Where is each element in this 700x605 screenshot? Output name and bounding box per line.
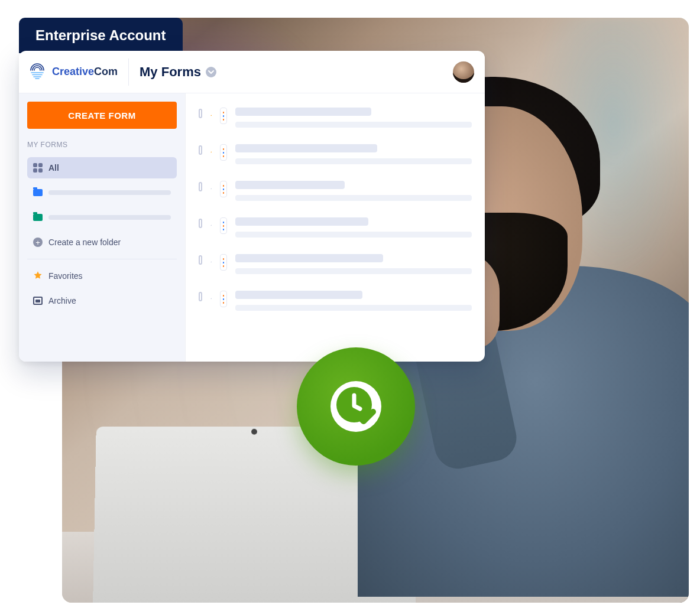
form-icon [220, 108, 227, 124]
sidebar-folder-1[interactable] [27, 182, 177, 203]
avatar[interactable] [453, 61, 474, 83]
form-lines [235, 217, 472, 238]
form-icon [220, 291, 227, 307]
sidebar-archive[interactable]: Archive [27, 290, 177, 311]
checkbox[interactable] [199, 109, 202, 118]
form-row[interactable] [199, 108, 472, 128]
sidebar-item-label: Create a new folder [48, 238, 121, 247]
form-title-placeholder [235, 108, 371, 116]
app-window: CreativeCom My Forms CREATE FORM MY FORM… [19, 51, 485, 362]
form-row[interactable] [199, 217, 472, 238]
plus-circle-icon: + [33, 238, 43, 247]
archive-icon [33, 297, 43, 305]
sidebar: CREATE FORM MY FORMS All + Create a new [19, 93, 186, 362]
clock-check-icon [330, 381, 381, 432]
form-icon [220, 254, 227, 271]
forms-list [186, 93, 485, 362]
account-tab[interactable]: Enterprise Account [19, 18, 183, 53]
star-toggle[interactable] [210, 218, 212, 229]
page-title-dropdown[interactable]: My Forms [140, 64, 216, 80]
brand-logo[interactable]: CreativeCom [27, 58, 129, 86]
form-title-placeholder [235, 254, 383, 262]
brand-name: CreativeCom [52, 66, 118, 78]
star-toggle[interactable] [210, 291, 212, 302]
form-icon [220, 217, 227, 234]
form-title-placeholder [235, 291, 362, 299]
placeholder-text [48, 215, 171, 220]
form-row[interactable] [199, 254, 472, 274]
folder-icon [33, 214, 43, 221]
form-subtitle-placeholder [235, 195, 472, 201]
fingerprint-icon [27, 61, 47, 83]
checkbox[interactable] [199, 255, 202, 265]
form-title-placeholder [235, 181, 345, 189]
checkbox[interactable] [199, 145, 202, 155]
star-toggle[interactable] [210, 255, 212, 265]
sidebar-item-label: All [48, 163, 59, 173]
form-subtitle-placeholder [235, 122, 472, 128]
status-badge [297, 347, 415, 466]
form-subtitle-placeholder [235, 158, 472, 164]
form-subtitle-placeholder [235, 232, 472, 238]
form-icon [220, 144, 227, 161]
sidebar-section-label: MY FORMS [27, 141, 177, 149]
form-subtitle-placeholder [235, 305, 472, 311]
grid-icon [33, 163, 43, 173]
form-lines [235, 181, 472, 201]
placeholder-text [48, 190, 171, 195]
form-row[interactable] [199, 144, 472, 164]
sidebar-nav: All + Create a new folder [27, 157, 177, 311]
form-lines [235, 291, 472, 311]
form-title-placeholder [235, 144, 377, 152]
form-icon [220, 181, 227, 197]
form-subtitle-placeholder [235, 268, 472, 274]
star-toggle[interactable] [210, 181, 212, 192]
create-form-button[interactable]: CREATE FORM [27, 102, 177, 129]
form-lines [235, 108, 472, 128]
checkbox[interactable] [199, 182, 202, 191]
checkbox[interactable] [199, 292, 202, 301]
checkbox[interactable] [199, 219, 202, 228]
star-toggle[interactable] [210, 145, 212, 155]
app-body: CREATE FORM MY FORMS All + Create a new [19, 93, 485, 362]
sidebar-favorites[interactable]: Favorites [27, 265, 177, 287]
form-title-placeholder [235, 217, 368, 226]
star-icon [33, 271, 43, 282]
sidebar-item-label: Favorites [48, 271, 83, 281]
topbar: CreativeCom My Forms [19, 51, 485, 93]
star-toggle[interactable] [210, 108, 212, 119]
sidebar-item-label: Archive [48, 296, 76, 305]
folder-icon [33, 189, 43, 196]
sidebar-create-folder[interactable]: + Create a new folder [27, 232, 177, 253]
form-row[interactable] [199, 181, 472, 201]
form-lines [235, 254, 472, 274]
page-title: My Forms [140, 64, 201, 80]
sidebar-folder-2[interactable] [27, 207, 177, 228]
form-row[interactable] [199, 291, 472, 311]
sidebar-item-all[interactable]: All [27, 157, 177, 178]
chevron-down-icon [206, 67, 216, 77]
form-lines [235, 144, 472, 164]
divider [27, 259, 177, 259]
